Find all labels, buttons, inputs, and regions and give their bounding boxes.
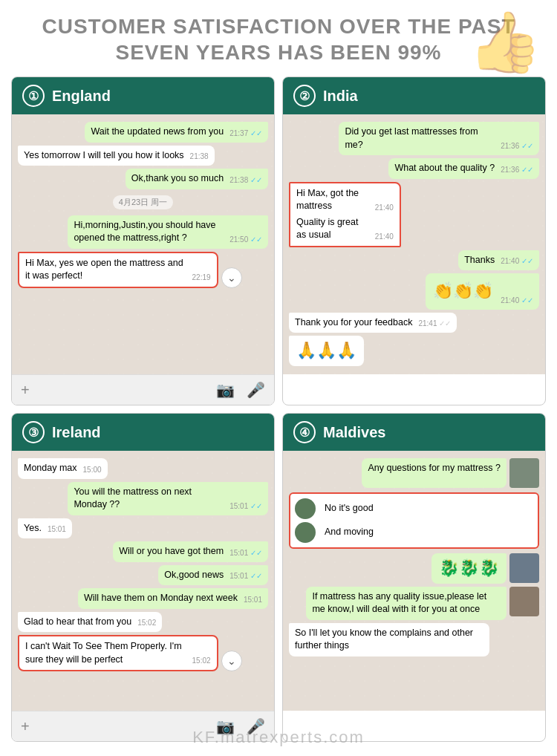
msg-row: Hi,morning,Justin,you should have opened… [18,215,268,249]
bubble-time: 15:01 ✓✓ [229,571,262,581]
bubble-text: Hi Max, yes we open the mattress and it … [25,257,186,283]
panel-england: ① England Wait the updated news from you… [11,76,275,405]
panel-england-body: Wait the updated news from you 21:37 ✓✓ … [12,114,274,374]
bubble-text: Wait the updated news from you [91,126,224,139]
expand-button[interactable]: ⌄ [221,651,242,671]
bubble: Ok,good news 15:01 ✓✓ [158,565,268,586]
bubble-text: Quality is great as usual [296,216,369,242]
chat-footer: + 📷 🎤 [12,374,274,405]
header-title: CUSTOMER SATISFACTION OVER THE PAST SEVE… [30,13,527,65]
bubble-time: 21:37 ✓✓ [229,128,262,139]
panel-india-body: Did you get last mattresses from me? 21:… [283,114,545,374]
bubble: Thank you for your feedback 21:41 ✓✓ [289,313,457,333]
msg-row: Glad to hear that from you 15:02 [18,612,268,633]
panel-england-country: England [52,88,111,105]
header: 👍 CUSTOMER SATISFACTION OVER THE PAST SE… [0,0,557,73]
avatar [295,522,316,543]
bubble-time: 15:01 [48,524,66,535]
expand-button[interactable]: ⌄ [221,267,242,288]
bubble: Will or you have got them 15:01 ✓✓ [113,541,268,562]
bubble-text: 🐉🐉🐉 [437,555,501,580]
msg-row: Will have them on Monday next week 15:01 [18,588,268,609]
msg-row: Thank you for your feedback 21:41 ✓✓ [289,313,539,333]
bubble: So I'll let you know the complains and o… [289,623,489,656]
msg-row: No it's good [295,498,533,519]
bubble: What about the quality ? 21:36 ✓✓ [388,158,539,179]
bubble: 🙏🙏🙏 [289,336,364,366]
msg-row: 👏👏👏 21:40 ✓✓ [289,273,539,310]
bubble-time: 15:00 [83,465,102,475]
bubble-text: You will the mattress on next Monday ?? [74,486,224,512]
bubble-time: 15:01 ✓✓ [229,548,262,558]
bubble-text: Did you get last mattresses from me? [345,126,495,151]
bubble-text: Ok,thank you so much [131,172,224,186]
bubble-time: 21:50 ✓✓ [229,235,262,245]
msg-row: So I'll let you know the complains and o… [289,623,539,656]
bubble-highlighted: I can't Wait To See Them Properly. I'm s… [18,635,218,671]
bubble-time: 21:40 [375,232,394,242]
thumbnail-image [509,553,539,583]
bubble-time: 21:36 ✓✓ [501,165,533,175]
panel-maldives: ④ Maldives Any questions for my mattress… [282,413,546,742]
msg-row: You will the mattress on next Monday ?? … [18,482,268,515]
bubble-time: 15:02 [137,618,156,628]
bubble-text: 👏👏👏 [431,277,495,306]
camera-icon[interactable]: 📷 [216,717,235,735]
bubble-text: What about the quality ? [394,162,495,175]
bubble-time: 21:41 ✓✓ [418,319,451,329]
bubble-text: 🙏🙏🙏 [295,338,358,362]
add-icon[interactable]: + [21,718,30,735]
bubble: Monday max 15:00 [18,458,108,479]
camera-icon[interactable]: 📷 [216,381,235,399]
bubble-text: So I'll let you know the complains and o… [295,627,483,653]
add-icon[interactable]: + [21,382,30,399]
mic-icon[interactable]: 🎤 [247,717,265,735]
bubble: Wait the updated news from you 21:37 ✓✓ [85,122,268,143]
bubble-text: Glad to hear that from you [24,616,131,629]
msg-row: Hi Max, yes we open the mattress and it … [18,252,268,288]
chat-footer: + 📷 🎤 [12,711,274,741]
bubble-group: Hi Max, got the mattress 21:40 Quality i… [289,182,429,247]
bubble-time: 21:40 ✓✓ [501,296,533,306]
date-badge: 4月23日 周一 [113,195,173,209]
bubble-text: Yes. [24,522,42,535]
msg-row: 🙏🙏🙏 [289,336,539,366]
bubble-time: 22:19 [192,273,211,283]
msg-row: Any questions for my mattress ? [289,458,539,488]
panel-england-header: ① England [12,77,274,114]
bubble-text: Will or you have got them [119,545,224,558]
bubble-highlighted: Hi Max, got the mattress 21:40 Quality i… [289,182,401,247]
bubble-text: Ok,good news [164,569,224,582]
bubble: Glad to hear that from you 15:02 [18,612,162,633]
bubble-highlighted: Hi Max, yes we open the mattress and it … [18,252,218,288]
bubble: And moving [319,522,380,543]
panel-india-country: India [323,88,358,105]
bubble: Will have them on Monday next week 15:01 [78,588,268,609]
msg-row: If mattress has any quality issue,please… [289,587,539,620]
msg-row: Ok,thank you so much 21:38 ✓✓ [18,169,268,189]
thumbs-up-icon: 👍 [468,7,542,77]
bubble: Any questions for my mattress ? [362,458,506,488]
bubble: You will the mattress on next Monday ?? … [68,482,268,515]
bubble-text: Hi Max, got the mattress [296,187,369,213]
bubble: Yes tomorrow I will tell you how it look… [18,146,215,166]
panel-maldives-country: Maldives [323,424,385,441]
bubble-time: 21:40 ✓✓ [501,256,533,267]
bubble-time: 15:02 [192,656,211,666]
bubble-text: If mattress has any quality issue,please… [312,590,501,616]
panels-grid: ① England Wait the updated news from you… [0,73,557,753]
mic-icon[interactable]: 🎤 [247,381,265,399]
bubble: Yes. 15:01 [18,518,72,539]
bubble-text: I can't Wait To See Them Properly. I'm s… [25,640,186,666]
msg-row: Will or you have got them 15:01 ✓✓ [18,541,268,562]
bubble-time: 15:01 ✓✓ [229,501,262,512]
bubble-text: Monday max [24,462,77,475]
msg-row: 🐉🐉🐉 [289,553,539,584]
bubble-time: 15:01 [244,595,262,605]
panel-india-num: ② [293,85,316,107]
panel-ireland-header: ③ Ireland [12,414,274,451]
bubble-text: Will have them on Monday next week [84,592,238,605]
panel-maldives-body: Any questions for my mattress ? No it's … [283,451,545,711]
msg-row: Yes tomorrow I will tell you how it look… [18,146,268,166]
panel-india-header: ② India [283,77,545,114]
